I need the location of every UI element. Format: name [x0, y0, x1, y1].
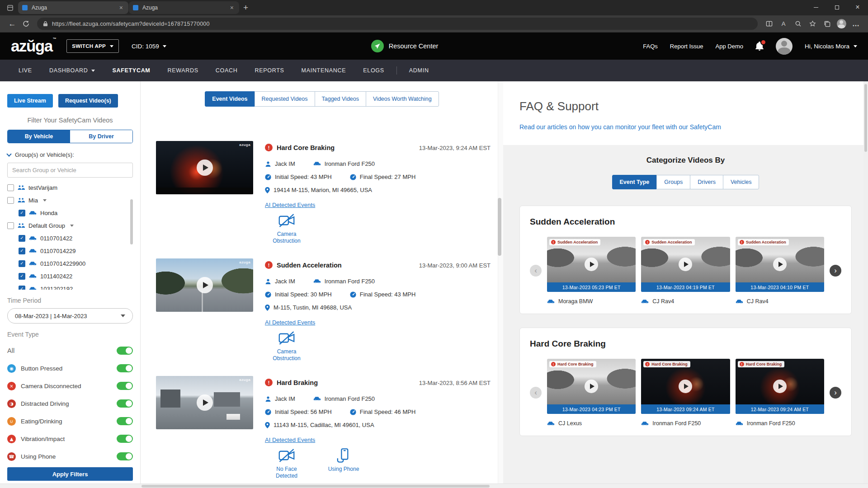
ai-detected-link[interactable]: AI Detected Events [265, 436, 315, 443]
tree-checkbox[interactable] [19, 235, 25, 242]
nav-item-rewards[interactable]: REWARDS [159, 60, 207, 81]
cid-dropdown[interactable]: CID: 1059 [132, 43, 166, 50]
all-toggle[interactable] [117, 347, 133, 355]
user-menu[interactable]: Hi, Nicolas Mora [805, 43, 857, 50]
support-thumbnail[interactable]: Hard Core Braking 13-Mar-2023 04:23 PM E… [547, 359, 636, 414]
header-link-faqs[interactable]: FAQs [643, 43, 658, 50]
event-toggle[interactable] [117, 452, 133, 460]
support-thumbnail[interactable]: Sudden Acceleration 13-Mar-2023 04:10 PM… [736, 237, 824, 292]
tree-checkbox[interactable] [7, 222, 14, 229]
play-icon[interactable] [679, 380, 692, 393]
play-icon[interactable] [773, 258, 787, 271]
by-vehicle-tab[interactable]: By Vehicle [8, 130, 70, 143]
tree-checkbox[interactable] [19, 286, 25, 290]
nav-item-elogs[interactable]: ELOGS [354, 60, 393, 81]
nav-item-maintenance[interactable]: MAINTENANCE [293, 60, 355, 81]
close-button[interactable] [847, 0, 868, 14]
event-toggle[interactable] [117, 364, 133, 372]
live-stream-button[interactable]: Live Stream [7, 94, 53, 108]
browser-menu-icon[interactable] [849, 17, 863, 31]
play-icon[interactable] [679, 258, 692, 271]
categorize-tab-drivers[interactable]: Drivers [690, 175, 723, 189]
ai-detected-link[interactable]: AI Detected Events [265, 319, 315, 326]
play-icon[interactable] [197, 277, 213, 293]
switch-app-button[interactable]: SWITCH APP [66, 39, 119, 53]
header-link-report-issue[interactable]: Report Issue [670, 43, 703, 50]
nav-item-admin[interactable]: ADMIN [401, 60, 438, 81]
new-tab-button[interactable] [243, 3, 248, 12]
apply-filters-button[interactable]: Apply Filters [7, 467, 133, 481]
ai-detected-link[interactable]: AI Detected Events [265, 202, 315, 208]
play-icon[interactable] [197, 394, 213, 411]
resource-center-button[interactable]: Resource Center [371, 40, 439, 52]
browser-tab[interactable]: Azuga [18, 1, 128, 14]
tree-row[interactable]: Default Group [7, 219, 133, 232]
tree-row[interactable]: 1011402422 [7, 270, 133, 282]
page-scrollbar[interactable] [863, 81, 868, 483]
page-scrollbar-thumb[interactable] [864, 84, 867, 152]
maximize-button[interactable] [826, 0, 847, 14]
categorize-tab-groups[interactable]: Groups [656, 175, 690, 189]
user-avatar[interactable] [776, 38, 793, 55]
tree-scrollbar[interactable] [130, 199, 133, 244]
carousel-prev-button[interactable] [530, 387, 542, 399]
tree-expand-icon[interactable] [43, 199, 47, 202]
support-thumbnail[interactable]: Sudden Acceleration 13-Mar-2023 04:19 PM… [641, 237, 730, 292]
back-icon[interactable] [5, 17, 19, 31]
zoom-icon[interactable] [791, 17, 805, 31]
tree-checkbox[interactable] [19, 210, 25, 216]
tree-row[interactable]: 1031202192 [7, 282, 133, 290]
by-driver-tab[interactable]: By Driver [70, 130, 132, 143]
support-thumbnail[interactable]: Hard Core Braking 13-Mar-2023 09:24 AM E… [641, 359, 730, 414]
tree-row[interactable]: Honda [7, 206, 133, 219]
tree-checkbox[interactable] [19, 260, 25, 267]
event-toggle[interactable] [117, 382, 133, 390]
time-period-select[interactable]: 08-Mar-2023 | 14-Mar-2023 [7, 308, 133, 324]
tree-row[interactable]: Mia [7, 194, 133, 206]
horizontal-scrollbar-thumb[interactable] [142, 485, 490, 488]
event-toggle[interactable] [117, 399, 133, 408]
support-thumbnail[interactable]: Sudden Acceleration 13-Mar-2023 05:23 PM… [547, 237, 636, 292]
nav-item-live[interactable]: LIVE [10, 60, 41, 81]
video-thumbnail[interactable]: azuga [156, 258, 253, 312]
tab-tagged-videos[interactable]: Tagged Videos [315, 91, 366, 107]
address-bar[interactable]: https://fleet.azuga.com/safetycam?device… [37, 18, 758, 30]
play-icon[interactable] [773, 380, 787, 393]
play-icon[interactable] [585, 380, 598, 393]
nav-item-safetycam[interactable]: SAFETYCAM [104, 60, 159, 81]
categorize-tab-vehicles[interactable]: Vehicles [723, 175, 760, 189]
carousel-next-button[interactable] [830, 387, 841, 399]
tree-row[interactable]: 0110701422 [7, 232, 133, 244]
header-link-app-demo[interactable]: App Demo [716, 43, 743, 50]
play-icon[interactable] [585, 258, 598, 271]
browser-tab[interactable]: Azuga [129, 1, 239, 14]
tree-checkbox[interactable] [7, 184, 14, 191]
tree-checkbox[interactable] [7, 197, 14, 204]
workspace-icon[interactable] [4, 1, 16, 14]
tab-videos-worth-watching[interactable]: Videos Worth Watching [366, 91, 439, 107]
tab-requested-videos[interactable]: Requested Videos [255, 91, 315, 107]
tab-close-icon[interactable] [118, 4, 124, 11]
read-aloud-icon[interactable]: A [777, 17, 790, 31]
carousel-prev-button[interactable] [530, 265, 542, 277]
play-icon[interactable] [197, 160, 213, 176]
collections-icon[interactable] [820, 17, 834, 31]
split-screen-icon[interactable] [762, 17, 776, 31]
tree-row[interactable]: testVarijam [7, 181, 133, 194]
tree-expand-icon[interactable] [70, 225, 74, 227]
tree-row[interactable]: 01107014229 [7, 244, 133, 257]
carousel-next-button[interactable] [830, 265, 841, 277]
nav-item-coach[interactable]: COACH [207, 60, 246, 81]
favorites-icon[interactable] [806, 17, 819, 31]
event-toggle[interactable] [117, 435, 133, 443]
nav-item-reports[interactable]: REPORTS [246, 60, 292, 81]
support-thumbnail[interactable]: Hard Core Braking 12-Mar-2023 09:24 AM E… [736, 359, 824, 414]
tree-checkbox[interactable] [19, 248, 25, 254]
browser-profile-avatar[interactable] [835, 17, 848, 31]
video-list-scrollbar[interactable] [498, 198, 501, 256]
tab-close-icon[interactable] [229, 4, 235, 11]
tree-checkbox[interactable] [19, 273, 25, 280]
group-section-header[interactable]: Group(s) or Vehicle(s): [7, 151, 133, 158]
notifications-bell-icon[interactable] [755, 42, 764, 51]
minimize-button[interactable] [806, 0, 826, 14]
